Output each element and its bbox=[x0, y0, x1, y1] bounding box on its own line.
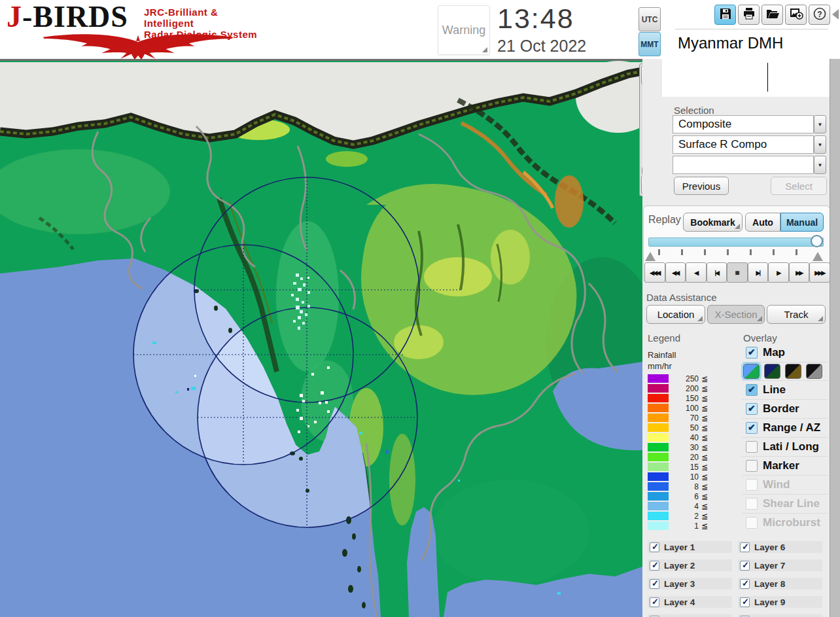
legend-row: 15≦ bbox=[648, 462, 726, 472]
playback-button-play[interactable]: ▶ bbox=[768, 262, 789, 283]
legend-suffix: ≦ bbox=[701, 512, 708, 521]
chevron-down-icon: ▼ bbox=[818, 122, 823, 128]
selection-dropdown-3-arrow[interactable]: ▼ bbox=[814, 156, 826, 174]
layer-label: Layer 4 bbox=[664, 597, 695, 607]
chevron-down-icon: ▼ bbox=[818, 162, 823, 168]
layer-row: Layer 7 bbox=[738, 559, 822, 571]
overlay-row-microburst: Microburst bbox=[742, 513, 828, 532]
layer-row bbox=[738, 614, 822, 617]
legend-row: 40≦ bbox=[648, 432, 726, 442]
playback-button-skip-end[interactable]: ▶| bbox=[748, 262, 769, 283]
station-field[interactable] bbox=[662, 59, 830, 97]
bookmark-button[interactable]: Bookmark bbox=[683, 213, 743, 232]
data-assistance-x-section-button[interactable]: X-Section bbox=[707, 305, 765, 324]
overlay-item-label: Wind bbox=[763, 478, 790, 491]
playback-button-skip-start[interactable]: |◀ bbox=[707, 262, 727, 283]
warning-button[interactable]: Warning bbox=[438, 5, 490, 55]
line-checkbox[interactable] bbox=[746, 384, 758, 396]
auto-mode-button[interactable]: Auto bbox=[745, 213, 780, 232]
slider-tick bbox=[658, 249, 660, 255]
previous-button[interactable]: Previous bbox=[674, 177, 729, 195]
legend-color-swatch bbox=[648, 463, 669, 471]
replay-end-marker[interactable] bbox=[813, 252, 823, 261]
legend-suffix: ≦ bbox=[701, 463, 708, 472]
playback-button-forward-fast[interactable]: ▶▶▶ bbox=[809, 262, 830, 283]
layer-3-checkbox[interactable] bbox=[650, 579, 659, 589]
layer-8-checkbox[interactable] bbox=[740, 579, 750, 589]
playback-button-step-back[interactable]: ◀ bbox=[686, 262, 707, 283]
layer-9-checkbox[interactable] bbox=[740, 597, 750, 607]
replay-label: Replay bbox=[648, 214, 681, 226]
data-assistance-track-button[interactable]: Track bbox=[767, 305, 826, 324]
layer-7-checkbox[interactable] bbox=[740, 561, 750, 571]
data-assistance-label: Data Assistance bbox=[646, 292, 717, 303]
select-button[interactable]: Select bbox=[771, 177, 827, 195]
playback-button-rewind[interactable]: ◀◀ bbox=[665, 262, 686, 283]
add-image-button[interactable] bbox=[785, 5, 807, 25]
legend-row: 200≦ bbox=[648, 383, 726, 393]
layer-row: Layer 9 bbox=[738, 596, 822, 608]
legend-row: 4≦ bbox=[648, 501, 726, 511]
utc-toggle-button[interactable]: UTC bbox=[639, 7, 661, 31]
border-checkbox[interactable] bbox=[746, 403, 758, 415]
layer-row: Layer 8 bbox=[738, 578, 822, 590]
layer-4-checkbox[interactable] bbox=[650, 597, 659, 607]
legend-label: Legend bbox=[648, 332, 680, 344]
open-folder-icon bbox=[765, 6, 780, 24]
open-folder-button[interactable] bbox=[761, 5, 783, 25]
add-image-icon bbox=[788, 6, 804, 24]
print-button[interactable] bbox=[738, 5, 760, 25]
legend-row: 150≦ bbox=[648, 393, 726, 403]
legend-color-swatch bbox=[648, 394, 669, 402]
layer-row: Layer 4 bbox=[648, 596, 732, 608]
overlay-row-map: Map bbox=[742, 343, 828, 362]
clock-time: 13:48 bbox=[497, 3, 574, 35]
layer-6-checkbox[interactable] bbox=[740, 542, 750, 552]
sidebar-scrollbar[interactable] bbox=[830, 59, 840, 617]
radar-map[interactable] bbox=[0, 61, 642, 617]
selection-dropdown-2-arrow[interactable]: ▼ bbox=[814, 135, 826, 154]
playback-button-stop[interactable]: ■ bbox=[727, 262, 748, 283]
lati-long-checkbox[interactable] bbox=[746, 441, 758, 453]
selection-dropdown-3[interactable] bbox=[673, 156, 814, 174]
legend-suffix: ≦ bbox=[701, 384, 708, 393]
slider-tick bbox=[727, 249, 729, 255]
overlay-row-range-az: Range / AZ bbox=[742, 418, 828, 437]
playback-button-forward[interactable]: ▶▶ bbox=[789, 262, 810, 283]
data-assistance-location-button[interactable]: Location bbox=[646, 305, 705, 324]
legend-value: 1 bbox=[670, 521, 699, 531]
selection-dropdown-2[interactable]: Surface R Compo bbox=[673, 135, 814, 154]
map-style-navy-darkgreen[interactable] bbox=[764, 364, 780, 379]
layer-row bbox=[648, 614, 732, 617]
legend-value: 70 bbox=[670, 414, 699, 423]
legend-value: 40 bbox=[670, 433, 699, 442]
overlay-item-label: Marker bbox=[763, 459, 799, 472]
replay-timeline-slider[interactable] bbox=[648, 238, 824, 247]
marker-checkbox[interactable] bbox=[746, 460, 758, 472]
mmt-toggle-button[interactable]: MMT bbox=[639, 32, 661, 56]
replay-slider-thumb[interactable] bbox=[811, 235, 823, 247]
layer-1-checkbox[interactable] bbox=[650, 542, 659, 552]
layer-2-checkbox[interactable] bbox=[650, 561, 659, 571]
replay-start-marker[interactable] bbox=[645, 252, 656, 261]
map-style-black-gray[interactable] bbox=[806, 364, 822, 379]
collapse-panel-arrow-icon[interactable] bbox=[832, 9, 839, 20]
map-checkbox[interactable] bbox=[746, 347, 758, 359]
selection-dropdown-1-arrow[interactable]: ▼ bbox=[814, 115, 826, 133]
legend-value: 2 bbox=[670, 512, 699, 521]
playback-button-rewind-fast[interactable]: ◀◀◀ bbox=[644, 262, 665, 283]
map-style-blue-green[interactable] bbox=[743, 364, 760, 379]
text-cursor bbox=[767, 63, 768, 92]
selection-dropdown-1[interactable]: Composite bbox=[673, 115, 814, 133]
legend-color-swatch bbox=[648, 482, 669, 491]
manual-mode-button[interactable]: Manual bbox=[780, 213, 824, 232]
overlay-item-label: Line bbox=[763, 383, 786, 397]
range-az-checkbox[interactable] bbox=[746, 422, 758, 434]
button-label: Location bbox=[657, 309, 695, 320]
map-style-black-olive[interactable] bbox=[785, 364, 801, 379]
rainfall-legend: Rainfall mm/hr 250≦200≦150≦100≦70≦50≦40≦… bbox=[648, 349, 726, 531]
save-button[interactable] bbox=[714, 5, 736, 25]
help-button[interactable]: ? bbox=[809, 5, 830, 25]
legend-row: 30≦ bbox=[648, 442, 726, 452]
overlay-row-lati-long: Lati / Long bbox=[742, 437, 828, 456]
